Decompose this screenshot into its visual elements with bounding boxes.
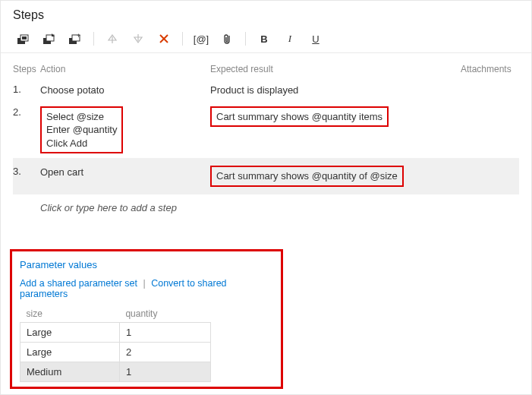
step-action-cell[interactable]: Select @sizeEnter @quantityClick Add [40, 106, 210, 154]
step-row[interactable]: 3.Open cartCart summary shows @quantity … [13, 158, 519, 194]
step-action-cell[interactable]: Open cart [40, 163, 210, 190]
action-text: Open cart [40, 166, 210, 179]
insert-step-icon[interactable] [13, 28, 34, 49]
delete-step-icon[interactable] [153, 28, 175, 49]
step-number: 3. [13, 163, 40, 190]
underline-button[interactable]: U [305, 28, 326, 49]
add-step-placeholder[interactable]: Click or type here to add a step [13, 194, 519, 213]
column-headers: Steps Action Expected result Attachments [13, 59, 519, 79]
result-text: Product is displayed [210, 84, 298, 96]
param-size-cell[interactable]: Large [20, 323, 120, 343]
step-row[interactable]: 1.Choose potatoProduct is displayed [13, 79, 519, 102]
param-col-quantity: quantity [119, 305, 210, 323]
page-title: Steps [1, 1, 531, 28]
step-action-cell[interactable]: Choose potato [40, 84, 210, 97]
italic-button[interactable]: I [279, 28, 301, 49]
separator [93, 32, 94, 46]
col-action: Action [40, 64, 210, 74]
step-row[interactable]: 2.Select @sizeEnter @quantityClick AddCa… [13, 102, 519, 159]
separator: | [143, 278, 145, 289]
create-shared-step-icon[interactable]: + [65, 28, 86, 49]
add-shared-param-link[interactable]: Add a shared parameter set [20, 278, 137, 289]
svg-rect-2 [22, 36, 27, 40]
param-quantity-cell[interactable]: 1 [119, 362, 210, 382]
col-result: Expected result [210, 64, 461, 74]
parameter-table: size quantity Large1Large2Medium1 [20, 305, 211, 382]
move-down-icon[interactable] [127, 28, 149, 49]
col-attachments: Attachments [461, 64, 519, 74]
separator [245, 32, 246, 46]
result-text: Cart summary shows @quantity of @size [210, 166, 404, 187]
param-quantity-cell[interactable]: 2 [119, 343, 210, 362]
step-result-cell[interactable]: Cart summary shows @quantity of @size [210, 163, 461, 190]
toolbar: + [@] B I U [1, 28, 531, 53]
steps-grid: Steps Action Expected result Attachments… [1, 53, 531, 213]
action-text: Choose potato [40, 84, 210, 97]
param-row[interactable]: Large1 [20, 323, 211, 343]
insert-shared-step-icon[interactable] [39, 28, 60, 49]
param-col-size: size [20, 305, 120, 323]
move-up-icon[interactable] [102, 28, 123, 49]
action-text: Select @size [46, 110, 117, 124]
parameter-values-panel: Parameter values Add a shared parameter … [10, 249, 283, 389]
bold-button[interactable]: B [253, 28, 275, 49]
col-steps: Steps [13, 64, 40, 74]
parameter-values-title: Parameter values [20, 259, 273, 270]
param-size-cell[interactable]: Medium [20, 362, 120, 382]
param-row[interactable]: Large2 [20, 343, 211, 362]
step-number: 2. [13, 106, 40, 154]
param-size-cell[interactable]: Large [20, 343, 120, 362]
action-text: Enter @quantity [46, 123, 117, 137]
steps-panel: Steps + [@] B I U Steps [0, 0, 532, 395]
separator [182, 32, 183, 46]
action-text: Click Add [46, 137, 117, 150]
add-attachment-icon[interactable] [216, 28, 238, 49]
insert-parameter-icon[interactable]: [@] [190, 28, 212, 49]
param-row[interactable]: Medium1 [20, 362, 211, 382]
result-text: Cart summary shows @quantity items [210, 106, 389, 128]
svg-text:+: + [77, 33, 80, 40]
step-result-cell[interactable]: Cart summary shows @quantity items [210, 106, 461, 154]
step-result-cell[interactable]: Product is displayed [210, 84, 461, 97]
step-number: 1. [13, 84, 40, 97]
param-quantity-cell[interactable]: 1 [119, 323, 210, 343]
